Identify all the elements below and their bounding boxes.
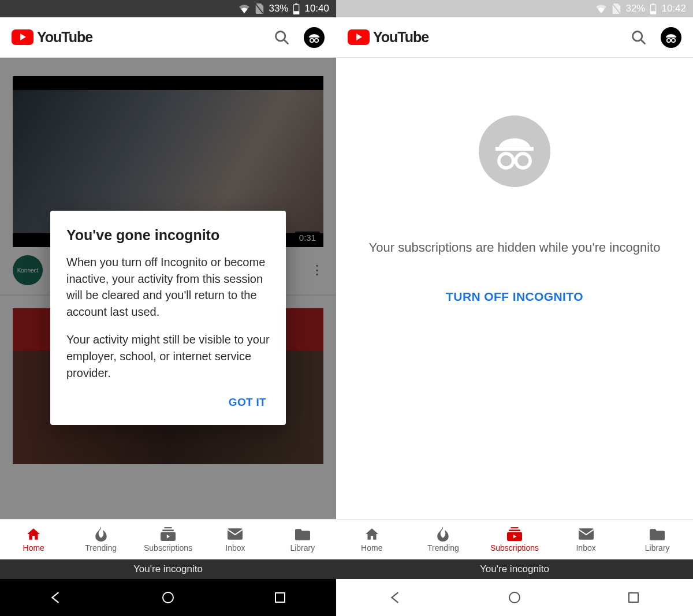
svg-point-20	[667, 38, 670, 42]
incognito-dialog: You've gone incognito When you turn off …	[50, 211, 286, 425]
svg-rect-5	[309, 36, 319, 38]
svg-rect-2	[294, 11, 300, 14]
dialog-body: When you turn off Incognito or become in…	[66, 254, 270, 320]
incognito-strip: You're incognito	[336, 559, 693, 579]
tab-label: Inbox	[576, 543, 595, 552]
bottom-tabs: Home Trending Subscriptions Inbox Librar…	[0, 519, 336, 559]
tab-library[interactable]: Library	[269, 520, 336, 559]
flame-icon	[437, 527, 449, 541]
status-bar: 33% 10:40	[0, 0, 336, 17]
svg-rect-9	[162, 529, 174, 531]
svg-line-18	[641, 39, 645, 43]
svg-point-6	[310, 38, 314, 42]
phone-left: 33% 10:40 YouTube	[0, 0, 336, 616]
no-sim-icon	[612, 3, 621, 14]
tab-label: Subscriptions	[490, 543, 539, 552]
battery-icon	[650, 3, 657, 14]
search-button[interactable]	[274, 29, 290, 46]
wifi-icon	[595, 4, 607, 13]
turn-off-incognito-button[interactable]: TURN OFF INCOGNITO	[446, 290, 583, 304]
svg-rect-30	[629, 593, 638, 602]
incognito-strip-label: You're incognito	[480, 563, 549, 575]
incognito-strip: You're incognito	[0, 559, 336, 579]
svg-point-12	[163, 592, 173, 603]
tab-inbox[interactable]: Inbox	[550, 520, 622, 559]
android-navbar	[336, 579, 693, 616]
app-header: YouTube	[336, 17, 693, 58]
tab-label: Inbox	[225, 543, 245, 552]
youtube-play-icon	[348, 29, 370, 45]
home-button[interactable]	[159, 589, 177, 606]
recents-button[interactable]	[625, 589, 642, 606]
tab-subscriptions[interactable]: Subscriptions	[479, 520, 550, 559]
youtube-logo[interactable]: YouTube	[348, 29, 429, 46]
tab-inbox[interactable]: Inbox	[202, 520, 269, 559]
svg-point-7	[315, 38, 318, 42]
incognito-strip-label: You're incognito	[133, 563, 203, 575]
bottom-tabs: Home Trending Subscriptions Inbox Librar…	[336, 519, 693, 559]
app-header: YouTube	[0, 17, 336, 58]
content-area: Your subscriptions are hidden while you'…	[336, 58, 693, 519]
battery-percent: 33%	[269, 3, 288, 14]
tab-label: Trending	[427, 543, 459, 552]
subscriptions-hidden-message: Your subscriptions are hidden while you'…	[348, 238, 681, 257]
svg-point-21	[672, 38, 675, 42]
tab-label: Subscriptions	[144, 543, 192, 552]
youtube-wordmark: YouTube	[373, 29, 429, 46]
youtube-wordmark: YouTube	[37, 29, 92, 46]
tab-home[interactable]: Home	[336, 520, 408, 559]
account-avatar-incognito[interactable]	[304, 27, 325, 48]
svg-point-23	[499, 154, 513, 168]
back-button[interactable]	[47, 589, 65, 606]
mail-icon	[579, 527, 594, 541]
tab-trending[interactable]: Trending	[408, 520, 479, 559]
svg-point-24	[516, 154, 530, 168]
account-avatar-incognito[interactable]	[661, 27, 681, 48]
incognito-icon	[479, 115, 550, 187]
battery-icon	[293, 3, 300, 14]
wifi-icon	[239, 4, 250, 13]
svg-rect-22	[495, 147, 534, 151]
android-navbar	[0, 579, 336, 616]
tab-label: Library	[290, 543, 315, 552]
svg-rect-19	[666, 36, 676, 38]
home-button[interactable]	[506, 589, 523, 606]
no-sim-icon	[255, 3, 264, 14]
phone-right: 32% 10:42 YouTube	[336, 0, 693, 616]
search-button[interactable]	[631, 29, 647, 46]
content-area: 0:31 Konnect ⋮ You've gone incognito Whe…	[0, 58, 336, 519]
mail-icon	[228, 527, 243, 541]
svg-rect-13	[275, 593, 285, 602]
tab-home[interactable]: Home	[0, 520, 67, 559]
dialog-title: You've gone incognito	[66, 227, 270, 244]
got-it-button[interactable]: GOT IT	[225, 391, 270, 413]
youtube-logo[interactable]: YouTube	[12, 29, 92, 46]
clock: 10:40	[304, 3, 329, 14]
tab-label: Library	[645, 543, 670, 552]
tab-subscriptions[interactable]: Subscriptions	[135, 520, 202, 559]
battery-percent: 32%	[625, 3, 645, 14]
flame-icon	[95, 527, 107, 541]
recents-button[interactable]	[271, 589, 289, 606]
tab-library[interactable]: Library	[621, 520, 693, 559]
dialog-body: Your activity might still be visible to …	[66, 331, 270, 381]
folder-icon	[650, 527, 665, 541]
tab-trending[interactable]: Trending	[67, 520, 134, 559]
svg-rect-26	[509, 529, 520, 531]
subscriptions-page: Your subscriptions are hidden while you'…	[336, 58, 693, 519]
back-button[interactable]	[387, 589, 404, 606]
folder-icon	[295, 527, 310, 541]
home-icon	[26, 527, 41, 541]
youtube-play-icon	[12, 29, 33, 45]
svg-line-4	[284, 39, 288, 43]
tab-label: Home	[23, 543, 44, 552]
tab-label: Trending	[85, 543, 117, 552]
svg-point-29	[509, 592, 520, 603]
subscriptions-icon	[507, 527, 522, 541]
subscriptions-icon	[161, 527, 176, 541]
svg-rect-8	[165, 527, 172, 528]
clock: 10:42	[661, 3, 686, 14]
svg-rect-25	[511, 527, 518, 528]
svg-rect-16	[651, 11, 657, 14]
status-bar: 32% 10:42	[336, 0, 693, 17]
